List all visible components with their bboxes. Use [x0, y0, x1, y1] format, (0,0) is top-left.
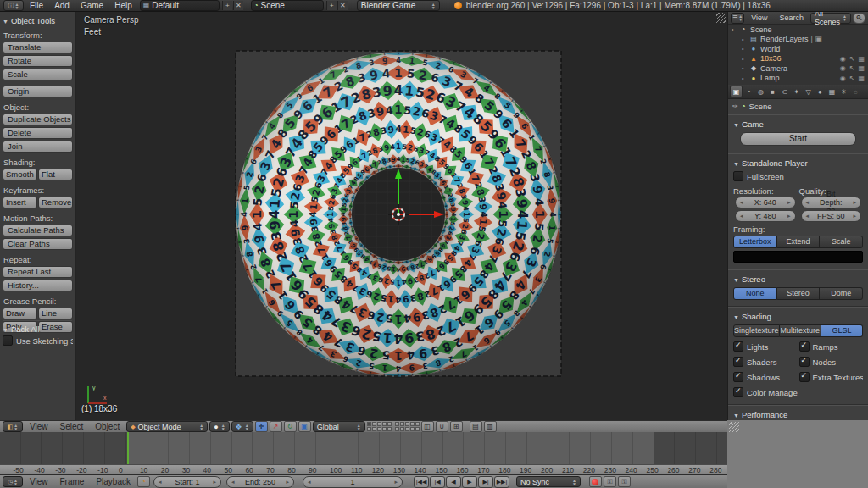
selectability-cursor-icon[interactable]: ↖	[849, 64, 855, 72]
visibility-eye-icon[interactable]: ◉	[840, 64, 846, 72]
tab-texture[interactable]: ▦	[826, 86, 837, 97]
option-scale[interactable]: Scale	[820, 236, 863, 248]
menu-file[interactable]: File	[25, 1, 48, 10]
tool-button-flat[interactable]: Flat	[38, 169, 73, 180]
renderability-camera-icon[interactable]: ▦	[858, 64, 865, 72]
delete-layout-button[interactable]: ✕	[233, 1, 243, 10]
tool-button-line[interactable]: Line	[38, 308, 73, 319]
standalone-player-header[interactable]: ▼Standalone Player	[733, 158, 863, 168]
outliner-search-button[interactable]: 🔍︎	[853, 13, 865, 24]
keying-set-add-button[interactable]: ⚿	[618, 476, 631, 487]
frame-end-field[interactable]: ◂ End: 250 ▸	[226, 476, 294, 488]
outliner-filter-select[interactable]: All Scenes ▲▼	[810, 13, 851, 24]
menu-view[interactable]: View	[746, 14, 772, 22]
option-glsl[interactable]: GLSL	[821, 324, 863, 337]
layer-cell[interactable]	[372, 422, 376, 426]
layer-cell[interactable]	[367, 427, 371, 431]
game-panel-header[interactable]: ▼Game	[733, 119, 863, 129]
expand-toggle-icon[interactable]: •	[732, 26, 737, 32]
checkbox-box[interactable]	[733, 357, 743, 367]
render-opengl-button[interactable]: ▤	[470, 421, 482, 432]
tab-constraints[interactable]: ⊂	[779, 86, 790, 97]
viewport-canvas[interactable]: 1526374859617283941526374859617283941526…	[76, 12, 727, 420]
option-none[interactable]: None	[733, 287, 777, 300]
layer-cell[interactable]	[415, 422, 420, 426]
tool-button-repeat-last[interactable]: Repeat Last	[3, 266, 73, 278]
scale-manipulator-button[interactable]: ▣	[298, 421, 311, 432]
render-engine-select[interactable]: Blender Game ▲▼	[357, 0, 440, 11]
layer-cell[interactable]	[410, 427, 415, 431]
pivot-point-select[interactable]: ❖ ▲▼	[231, 421, 253, 432]
stereo-panel-header[interactable]: ▼Stereo	[733, 274, 863, 284]
editor-type-info-button[interactable]: ⓘ▲▼	[3, 0, 24, 11]
layer-cell[interactable]	[410, 422, 415, 426]
outliner-row-lamp[interactable]: •●Lamp◉↖▦	[728, 74, 868, 84]
tool-button-join[interactable]: Join	[3, 141, 73, 152]
outliner-row-scene[interactable]: •◔Scene	[728, 25, 868, 35]
checkbox-extra-textures[interactable]: Extra Textures	[799, 372, 864, 382]
visibility-eye-icon[interactable]: ◉	[840, 55, 846, 63]
tab-data[interactable]: ▽	[803, 86, 814, 97]
layer-cell[interactable]	[367, 422, 371, 426]
checkbox-box[interactable]	[799, 372, 810, 382]
outliner-row-18x36[interactable]: •▲18x36◉↖▦	[728, 54, 868, 64]
manipulator-toggle-button[interactable]: ✛	[255, 421, 268, 432]
menu-view[interactable]: View	[25, 477, 53, 486]
editor-type-3dview-button[interactable]: ◧▲▼	[3, 421, 23, 432]
fps-field[interactable]: ◂FPS: 60▸	[801, 210, 862, 222]
editor-type-timeline-button[interactable]: ◷▲▼	[3, 476, 23, 487]
increment-arrow-icon[interactable]: ▸	[284, 479, 291, 485]
menu-select[interactable]: Select	[55, 422, 89, 431]
layer-cell[interactable]	[387, 422, 392, 426]
checkbox-nodes[interactable]: Nodes	[799, 357, 864, 367]
tab-modifiers[interactable]: ✦	[791, 86, 802, 97]
lock-camera-button[interactable]: ◫	[421, 421, 434, 432]
option-dome[interactable]: Dome	[820, 287, 863, 300]
increment-arrow-icon[interactable]: ▸	[211, 479, 218, 485]
performance-panel-header[interactable]: ▼Performance	[733, 410, 863, 419]
pack-all-panel-header[interactable]: ▼Pack All	[3, 320, 72, 334]
selectability-cursor-icon[interactable]: ↖	[849, 75, 855, 82]
layer-cell[interactable]	[377, 422, 381, 426]
layer-cell[interactable]	[382, 427, 387, 431]
option-stereo[interactable]: Stereo	[777, 287, 821, 300]
checkbox-box[interactable]	[733, 171, 743, 181]
outliner-row-renderlayers[interactable]: •▤RenderLayers | ▣	[728, 35, 868, 45]
decrement-arrow-icon[interactable]: ◂	[157, 479, 164, 485]
viewport-shading-select[interactable]: ● ▲▼	[209, 421, 229, 432]
current-frame-field[interactable]: ◂ 1 ▸	[303, 476, 403, 488]
record-button[interactable]	[589, 476, 602, 487]
tool-button-smooth[interactable]: Smooth	[3, 169, 37, 180]
menu-search[interactable]: Search	[775, 14, 810, 22]
delete-scene-button[interactable]: ✕	[337, 1, 348, 10]
tab-particles[interactable]: ✳	[838, 86, 849, 97]
checkbox-shaders[interactable]: Shaders	[733, 357, 798, 367]
tool-button-insert[interactable]: Insert	[3, 197, 37, 208]
tab-material[interactable]: ●	[815, 86, 826, 97]
layers-widget[interactable]	[367, 422, 420, 431]
region-grip[interactable]	[716, 13, 726, 23]
fullscreen-checkbox[interactable]: Fullscreen	[733, 171, 863, 181]
layer-cell[interactable]	[400, 427, 404, 431]
render-opengl-anim-button[interactable]: ▥	[484, 421, 497, 432]
shading-panel-header[interactable]: ▼Shading	[733, 312, 863, 321]
menu-object[interactable]: Object	[90, 422, 125, 431]
menu-add[interactable]: Add	[49, 1, 75, 10]
menu-playback[interactable]: Playback	[91, 477, 136, 486]
translate-manipulator-button[interactable]: ↗	[270, 421, 282, 432]
snap-toggle-button[interactable]: ∪	[436, 421, 448, 432]
use-preview-range-button[interactable]: ◔	[137, 476, 150, 487]
layer-cell[interactable]	[395, 422, 399, 426]
add-scene-button[interactable]: +	[326, 1, 337, 10]
screen-layout-selector[interactable]: ▦ Default	[140, 0, 220, 11]
frame-start-field[interactable]: ◂ Start: 1 ▸	[153, 476, 221, 488]
layer-cell[interactable]	[400, 422, 404, 426]
menu-help[interactable]: Help	[109, 1, 137, 10]
layer-cell[interactable]	[405, 422, 409, 426]
tool-button-clear-paths[interactable]: Clear Paths	[3, 238, 73, 250]
add-layout-button[interactable]: +	[222, 1, 232, 10]
checkbox-box[interactable]	[733, 372, 743, 382]
menu-frame[interactable]: Frame	[55, 477, 90, 486]
jump-to-start-button[interactable]: |◀◀	[414, 476, 429, 488]
layer-cell[interactable]	[372, 427, 376, 431]
